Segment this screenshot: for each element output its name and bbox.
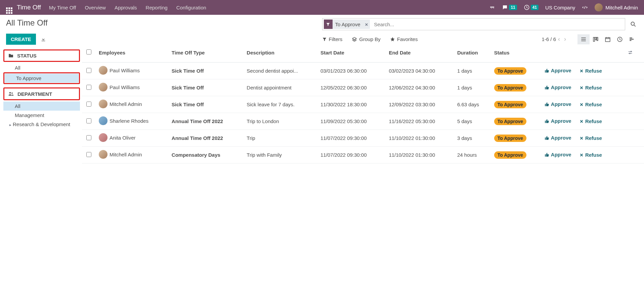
search-input[interactable] [372,22,624,27]
table-row[interactable]: Paul Williams Sick Time Off Second denti… [82,63,644,79]
view-gantt-icon[interactable] [626,34,638,44]
refuse-button[interactable]: Refuse [579,135,602,141]
header-type[interactable]: Time Off Type [168,45,244,63]
row-checkbox-cell[interactable] [82,96,95,113]
table-row[interactable]: Mitchell Admin Compensatory Days Trip wi… [82,147,644,163]
sidebar-status-header[interactable]: STATUS [5,51,79,61]
cell-status: To Approve [491,63,541,79]
refuse-button[interactable]: Refuse [579,85,602,90]
company-switcher[interactable]: US Company [545,5,575,10]
view-list-icon[interactable] [577,34,590,44]
header-duration[interactable]: Duration [454,45,491,63]
table-row[interactable]: Sharlene Rhodes Annual Time Off 2022 Tri… [82,113,644,130]
refuse-button[interactable]: Refuse [579,152,602,158]
table-container: Employees Time Off Type Description Star… [82,45,644,294]
header-settings[interactable] [624,45,644,63]
x-icon [579,86,584,90]
header-checkbox[interactable] [82,45,95,63]
row-checkbox[interactable] [86,135,91,140]
nav-overview[interactable]: Overview [85,5,106,10]
row-checkbox-cell[interactable] [82,113,95,130]
row-checkbox-cell[interactable] [82,63,95,79]
employee-avatar [99,100,108,108]
refuse-button[interactable]: Refuse [579,68,602,74]
employee-name: Paul Williams [110,84,140,90]
row-checkbox[interactable] [86,85,91,90]
table-row[interactable]: Mitchell Admin Sick Time Off Sick leave … [82,96,644,113]
nav-reporting[interactable]: Reporting [146,5,168,10]
cell-description: Trip [243,130,317,147]
search-icon[interactable] [629,21,638,28]
activities-icon[interactable]: 41 [524,4,539,10]
create-button[interactable]: CREATE [6,34,36,45]
header-employees[interactable]: Employees [95,45,168,63]
row-checkbox-cell[interactable] [82,130,95,147]
nav-my-time-off[interactable]: My Time Off [49,5,76,10]
sidebar-department-header[interactable]: DEPARTMENT [5,89,79,99]
highlight-to-approve: To Approve [3,72,80,84]
approve-button[interactable]: Approve [545,135,571,141]
view-activity-icon[interactable] [614,34,626,44]
row-checkbox[interactable] [86,118,91,123]
user-menu[interactable]: Mitchell Admin [595,3,638,11]
cell-description: Second dentist appoi... [243,63,317,79]
cell-start: 12/05/2022 06:30:00 [317,79,386,96]
row-checkbox[interactable] [86,102,91,107]
sidebar-status-to-approve[interactable]: To Approve [5,74,79,83]
sidebar-dept-all[interactable]: All [3,102,80,111]
search-box[interactable]: To Approve × [322,18,626,30]
search-facet-remove[interactable]: × [363,22,370,27]
pager-text[interactable]: 1-6 / 6 [542,36,556,42]
approve-button[interactable]: Approve [545,152,571,157]
apps-icon[interactable] [6,4,12,10]
sidebar-dept-rnd[interactable]: ▸Research & Development [3,120,80,129]
header-start[interactable]: Start Date [317,45,386,63]
cell-duration: 1 days [454,79,491,96]
sidebar-status-all[interactable]: All [3,63,80,72]
messages-icon[interactable]: 11 [502,4,517,10]
filters-button[interactable]: Filters [322,36,343,42]
view-switcher [577,34,638,44]
cell-end: 11/10/2022 01:30:00 [385,130,454,147]
cell-actions: Approve Refuse [541,130,624,147]
approve-button[interactable]: Approve [545,101,571,107]
table-row[interactable]: Paul Williams Sick Time Off Dentist appo… [82,79,644,96]
approve-button[interactable]: Approve [545,84,571,90]
favorites-button[interactable]: Favorites [390,36,418,42]
debug-icon[interactable] [582,4,588,10]
view-kanban-icon[interactable] [590,34,602,44]
row-checkbox[interactable] [86,152,91,157]
view-calendar-icon[interactable] [602,34,614,44]
refuse-button[interactable]: Refuse [579,118,602,124]
cell-empty [624,79,644,96]
header-description[interactable]: Description [243,45,317,63]
row-checkbox-cell[interactable] [82,147,95,163]
row-checkbox[interactable] [86,68,91,73]
nav-approvals[interactable]: Approvals [115,5,137,10]
voip-icon[interactable] [489,4,495,10]
sliders-icon[interactable] [628,50,637,55]
status-badge: To Approve [494,101,526,108]
header-status[interactable]: Status [491,45,541,63]
pager-next[interactable]: › [564,36,566,43]
thumbs-up-icon [545,68,549,73]
pager-prev[interactable]: ‹ [558,36,560,43]
employee-avatar [99,83,108,91]
cell-description: Trip to London [243,113,317,130]
cell-start: 03/01/2023 06:30:00 [317,63,386,79]
row-checkbox-cell[interactable] [82,79,95,96]
header-end[interactable]: End Date [385,45,454,63]
employee-name: Anita Oliver [110,135,136,141]
table-row[interactable]: Anita Oliver Annual Time Off 2022 Trip 1… [82,130,644,147]
download-icon[interactable] [41,37,46,42]
groupby-button[interactable]: Group By [352,36,380,42]
refuse-button[interactable]: Refuse [579,102,602,107]
approve-button[interactable]: Approve [545,118,571,124]
nav-configuration[interactable]: Configuration [176,5,206,10]
sidebar-dept-management[interactable]: Management [3,111,80,120]
app-title[interactable]: Time Off [17,4,41,11]
svg-point-7 [9,92,11,94]
svg-rect-2 [593,37,595,41]
select-all-checkbox[interactable] [86,49,91,54]
approve-button[interactable]: Approve [545,68,571,73]
